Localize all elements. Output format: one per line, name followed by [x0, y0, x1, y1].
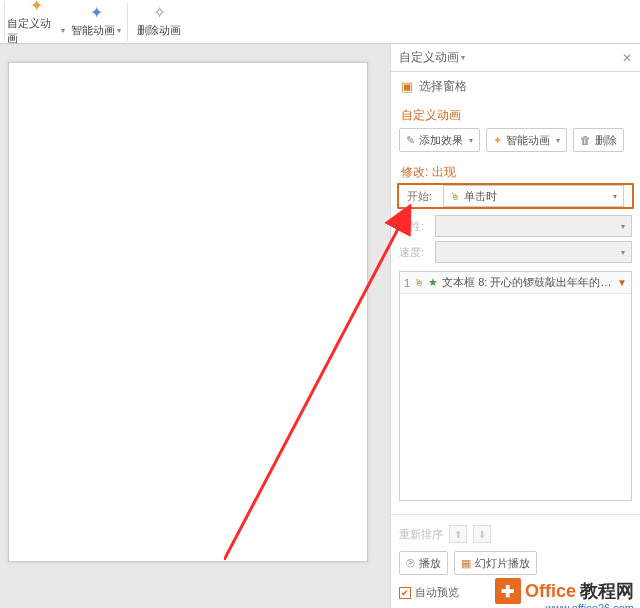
- custom-animation-panel: 自定义动画 ▾ ✕ ▣ 选择窗格 自定义动画 ✎ 添加效果 ▾ ✦ 智能动画 ▾…: [390, 44, 640, 608]
- list-item[interactable]: 1 🖱 ★ 文本框 8: 开心的锣鼓敲出年年的… ▼: [400, 272, 631, 294]
- chevron-down-icon: ▾: [61, 26, 65, 35]
- chevron-down-icon: ▾: [117, 26, 121, 35]
- speed-field: 速度: ▾: [391, 239, 640, 265]
- play-icon: ⧁: [406, 557, 415, 570]
- slide[interactable]: [8, 62, 368, 562]
- trash-icon: 🗑: [580, 134, 591, 146]
- reorder-label: 重新排序: [399, 527, 443, 542]
- speed-combobox: ▾: [435, 241, 632, 263]
- effect-star-icon: ★: [428, 276, 438, 289]
- workspace: 自定义动画 ▾ ✕ ▣ 选择窗格 自定义动画 ✎ 添加效果 ▾ ✦ 智能动画 ▾…: [0, 44, 640, 608]
- chevron-down-icon[interactable]: ▾: [461, 53, 465, 62]
- custom-anim-label: 自定义动画: [7, 16, 59, 46]
- delete-animation-button[interactable]: ✧ 删除动画: [130, 1, 188, 43]
- move-down-button[interactable]: ⬇: [473, 525, 491, 543]
- chevron-down-icon: ▾: [621, 248, 625, 257]
- effect-buttons-row: ✎ 添加效果 ▾ ✦ 智能动画 ▾ 🗑 删除: [391, 128, 640, 160]
- play-label: 播放: [419, 556, 441, 571]
- chevron-down-icon: ▾: [621, 222, 625, 231]
- slideshow-button[interactable]: ▦ 幻灯片播放: [454, 551, 537, 575]
- slideshow-label: 幻灯片播放: [475, 556, 530, 571]
- separator: [127, 3, 128, 41]
- smart-anim-label: 智能动画: [71, 23, 115, 38]
- watermark-text-2: 教程网: [580, 579, 634, 603]
- speed-label: 速度:: [399, 245, 431, 260]
- pencil-icon: ✎: [406, 134, 415, 147]
- watermark-url: www.office26.com: [546, 602, 634, 608]
- watermark-icon: ✚: [495, 578, 521, 604]
- ribbon-toolbar: ✦ 自定义动画▾ ✦ 智能动画▾ ✧ 删除动画: [0, 0, 640, 44]
- chevron-down-icon: ▾: [613, 192, 617, 201]
- modify-label: 修改: 出现: [391, 160, 640, 183]
- item-index: 1: [404, 277, 410, 289]
- chevron-down-icon: ▾: [556, 136, 560, 145]
- star-outline-icon: ✧: [153, 5, 166, 21]
- start-value: 单击时: [464, 189, 497, 204]
- watermark-text-1: Office: [525, 581, 576, 602]
- checkbox-checked-icon[interactable]: ✔: [399, 587, 411, 599]
- sparkle-icon: ✦: [30, 0, 43, 14]
- chevron-down-icon: ▾: [469, 136, 473, 145]
- move-up-button[interactable]: ⬆: [449, 525, 467, 543]
- animation-list[interactable]: 1 🖱 ★ 文本框 8: 开心的锣鼓敲出年年的… ▼: [399, 271, 632, 501]
- select-pane-label: 选择窗格: [419, 78, 467, 95]
- property-label: 属性:: [399, 219, 431, 234]
- dropdown-arrow-icon[interactable]: ▼: [617, 277, 627, 288]
- close-panel-button[interactable]: ✕: [622, 51, 632, 65]
- start-label: 开始:: [407, 189, 439, 204]
- item-text: 文本框 8: 开心的锣鼓敲出年年的…: [442, 275, 613, 290]
- select-pane-link[interactable]: ▣ 选择窗格: [391, 72, 640, 101]
- custom-animation-button[interactable]: ✦ 自定义动画▾: [7, 1, 65, 43]
- property-field: 属性: ▾: [391, 213, 640, 239]
- separator: [4, 3, 5, 41]
- slide-canvas-area: [0, 44, 390, 608]
- add-effect-label: 添加效果: [419, 133, 463, 148]
- reorder-row: 重新排序 ⬆ ⬇: [399, 521, 632, 547]
- star-icon: ✦: [90, 5, 103, 21]
- sparkle-icon: ✦: [493, 134, 502, 147]
- select-pane-icon: ▣: [401, 79, 413, 94]
- play-button[interactable]: ⧁ 播放: [399, 551, 448, 575]
- start-combobox[interactable]: 🖱 单击时 ▾: [443, 185, 624, 207]
- delete-label: 删除: [595, 133, 617, 148]
- smart-animation-button[interactable]: ✦ 智能动画▾: [67, 1, 125, 43]
- watermark: ✚ Office教程网 www.office26.com: [495, 578, 634, 604]
- start-field-highlight: 开始: 🖱 单击时 ▾: [397, 183, 634, 209]
- property-combobox: ▾: [435, 215, 632, 237]
- add-effect-button[interactable]: ✎ 添加效果 ▾: [399, 128, 480, 152]
- panel-title: 自定义动画: [399, 49, 459, 66]
- slideshow-icon: ▦: [461, 557, 471, 570]
- smart-anim-button[interactable]: ✦ 智能动画 ▾: [486, 128, 567, 152]
- panel-header: 自定义动画 ▾ ✕: [391, 44, 640, 72]
- auto-preview-label: 自动预览: [415, 585, 459, 600]
- mouse-icon: 🖱: [414, 277, 424, 288]
- delete-button[interactable]: 🗑 删除: [573, 128, 624, 152]
- delete-anim-label: 删除动画: [137, 23, 181, 38]
- play-row: ⧁ 播放 ▦ 幻灯片播放: [399, 547, 632, 579]
- section-title: 自定义动画: [391, 101, 640, 128]
- mouse-icon: 🖱: [450, 191, 460, 202]
- smart-anim-label: 智能动画: [506, 133, 550, 148]
